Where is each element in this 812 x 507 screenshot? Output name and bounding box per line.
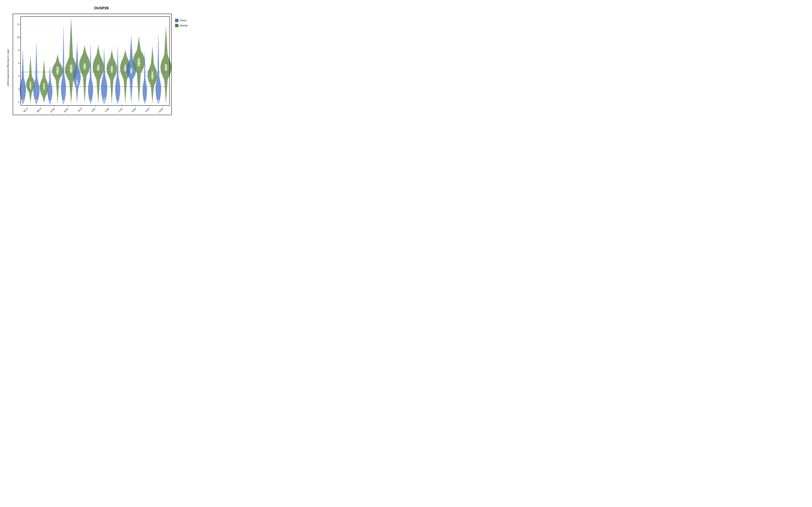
svg-rect-112: [50, 97, 50, 98]
svg-rect-218: [85, 86, 86, 86]
svg-rect-160: [63, 63, 63, 64]
svg-rect-398: [139, 37, 139, 38]
svg-rect-239: [91, 90, 91, 90]
svg-rect-119: [50, 82, 50, 82]
svg-rect-59: [31, 64, 31, 65]
svg-rect-213: [85, 102, 85, 102]
svg-rect-268: [98, 59, 98, 59]
svg-rect-471: [165, 75, 165, 76]
svg-rect-121: [48, 77, 49, 78]
svg-rect-326: [117, 80, 117, 80]
svg-rect-375: [131, 48, 132, 49]
svg-rect-331: [117, 63, 118, 64]
svg-rect-220: [87, 79, 88, 79]
svg-rect-269: [98, 55, 98, 56]
svg-rect-184: [72, 38, 72, 39]
svg-rect-201: [76, 74, 77, 75]
svg-rect-379: [138, 58, 140, 67]
svg-rect-306: [113, 74, 113, 75]
svg-rect-103: [44, 63, 44, 63]
svg-rect-478: [166, 45, 167, 46]
svg-rect-226: [85, 59, 85, 59]
svg-rect-25: [23, 104, 23, 104]
svg-rect-68: [36, 100, 37, 101]
svg-rect-204: [75, 64, 75, 65]
svg-rect-30: [22, 89, 23, 89]
svg-rect-81: [38, 54, 38, 55]
svg-rect-434: [153, 66, 153, 67]
svg-rect-260: [96, 86, 96, 86]
svg-rect-97: [42, 77, 42, 78]
svg-rect-283: [104, 84, 105, 84]
svg-rect-465: [166, 102, 166, 102]
svg-rect-396: [138, 45, 139, 45]
svg-rect-52: [30, 83, 31, 83]
svg-rect-235: [90, 103, 91, 104]
svg-rect-221: [84, 75, 84, 76]
svg-rect-428: [153, 86, 153, 86]
svg-rect-177: [70, 73, 71, 73]
svg-rect-391: [138, 64, 139, 64]
svg-rect-29: [23, 92, 23, 92]
svg-rect-51: [31, 86, 31, 86]
svg-rect-186: [71, 29, 71, 29]
svg-rect-243: [90, 76, 91, 76]
svg-rect-323: [117, 90, 118, 91]
svg-rect-172: [71, 97, 71, 98]
svg-rect-355: [125, 53, 125, 54]
svg-text:UCEC: UCEC: [158, 107, 164, 113]
svg-rect-426: [152, 92, 153, 93]
svg-rect-346: [122, 80, 123, 81]
svg-rect-144: [57, 60, 58, 61]
svg-rect-329: [116, 70, 117, 70]
legend-item-tumor: Tumor: [175, 19, 199, 22]
svg-rect-124: [49, 71, 50, 71]
svg-rect-343: [124, 90, 124, 90]
svg-rect-62: [30, 56, 31, 56]
svg-rect-408: [145, 89, 145, 89]
svg-rect-139: [57, 74, 58, 74]
svg-rect-94: [43, 85, 44, 86]
svg-rect-141: [57, 68, 57, 69]
svg-rect-386: [140, 83, 141, 83]
svg-rect-371: [130, 63, 131, 64]
svg-text:LUAD: LUAD: [104, 107, 110, 113]
svg-rect-361: [131, 102, 132, 102]
svg-rect-209: [77, 47, 77, 48]
svg-rect-263: [95, 75, 96, 76]
svg-rect-49: [30, 91, 31, 92]
svg-rect-476: [164, 54, 165, 54]
svg-rect-93: [44, 88, 45, 88]
svg-rect-311: [112, 59, 112, 60]
svg-rect-84: [36, 44, 37, 44]
svg-rect-40: [23, 57, 23, 58]
svg-rect-85: [43, 83, 45, 91]
svg-rect-74: [36, 79, 36, 79]
svg-rect-96: [44, 80, 45, 80]
svg-rect-287: [103, 71, 103, 72]
svg-text:PRAD: PRAD: [131, 107, 137, 113]
svg-rect-162: [63, 54, 64, 55]
svg-rect-275: [104, 97, 105, 102]
svg-rect-99: [43, 73, 44, 73]
svg-rect-95: [45, 82, 45, 83]
svg-rect-32: [22, 82, 23, 83]
svg-rect-117: [51, 86, 51, 87]
svg-rect-423: [152, 102, 153, 102]
svg-rect-109: [50, 104, 50, 104]
svg-text:LUSC: LUSC: [118, 107, 123, 113]
legend-item-normal: Normal: [175, 24, 199, 27]
svg-rect-421: [151, 71, 153, 79]
svg-text:2: 2: [18, 88, 19, 91]
svg-rect-113: [49, 95, 50, 96]
svg-rect-280: [104, 94, 105, 94]
svg-rect-454: [158, 67, 158, 68]
svg-rect-363: [131, 94, 132, 95]
svg-rect-163: [62, 50, 63, 50]
svg-rect-120: [51, 79, 51, 80]
svg-rect-304: [111, 80, 112, 81]
svg-rect-48: [31, 94, 31, 94]
svg-rect-312: [112, 56, 112, 57]
svg-rect-450: [158, 83, 159, 83]
svg-rect-416: [146, 65, 146, 66]
